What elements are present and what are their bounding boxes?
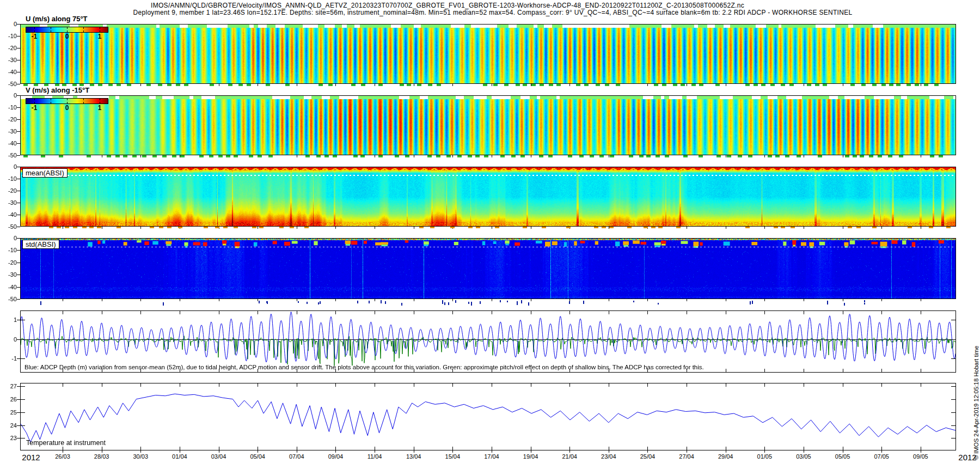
y-tick-label: 0: [1, 235, 17, 241]
data-nub: [395, 155, 399, 157]
x-tick-mark: [843, 299, 843, 301]
x-tick-mark: [804, 450, 804, 453]
data-nub: [896, 84, 901, 86]
x-tick-mark-inner: [180, 383, 180, 387]
data-nub: [504, 84, 509, 86]
flag-mark: [521, 300, 522, 303]
data-nub: [899, 155, 903, 157]
flag-mark: [864, 300, 865, 302]
y-tick-mark: [17, 36, 20, 36]
x-date-label: 23/04: [597, 453, 621, 460]
x-tick-mark: [140, 155, 141, 157]
flag-mark: [267, 301, 268, 304]
y-tick-mark: [17, 84, 20, 84]
x-tick-mark-inner: [219, 383, 219, 387]
x-tick-mark: [531, 450, 531, 453]
y-tick-mark: [17, 412, 20, 413]
flag-mark: [517, 301, 518, 305]
y-tick-mark-inner: [21, 320, 25, 320]
y-tick-label: -40: [1, 140, 17, 147]
x-tick-mark: [921, 227, 921, 229]
y-tick-mark: [17, 320, 20, 320]
data-nub: [934, 84, 939, 86]
x-tick-mark: [881, 227, 882, 229]
data-nub: [584, 84, 589, 86]
x-tick-mark-inner: [140, 447, 141, 450]
data-nub: [929, 227, 933, 228]
data-nub: [115, 155, 120, 157]
y-tick-label: -50: [1, 223, 17, 230]
flag-mark: [844, 303, 845, 306]
data-nub: [204, 227, 208, 228]
data-nub: [107, 155, 111, 157]
v-colorbar: [26, 99, 108, 103]
y-tick-mark: [17, 263, 20, 263]
flag-mark: [633, 301, 634, 302]
colorbar-tick-label: -1: [28, 104, 41, 112]
x-tick-mark-inner: [531, 311, 531, 314]
x-tick-mark: [102, 227, 102, 229]
data-nub: [427, 155, 432, 157]
data-nub: [781, 84, 785, 86]
data-nub: [430, 227, 434, 228]
data-nub: [226, 155, 230, 157]
data-nub: [939, 155, 943, 157]
data-nub: [716, 155, 721, 157]
flag-mark: [528, 302, 529, 306]
data-nub: [159, 227, 163, 228]
y-tick-label: 26: [1, 396, 17, 403]
temperature-label: Temperature at instrument: [26, 439, 106, 447]
x-tick-mark: [764, 227, 765, 229]
data-nub: [258, 155, 262, 157]
data-nub: [89, 227, 94, 228]
y-tick-mark: [17, 179, 20, 179]
v-velocity-panel: -101: [20, 95, 956, 155]
x-tick-mark-inner: [258, 311, 258, 314]
data-nub: [468, 155, 472, 157]
y-tick-mark-inner: [951, 438, 955, 438]
x-tick-mark-inner: [102, 311, 102, 314]
x-tick-mark-inner: [258, 447, 258, 450]
data-nub: [268, 155, 273, 157]
data-nub: [715, 84, 720, 86]
data-nub: [400, 84, 404, 86]
data-nub: [861, 84, 866, 86]
data-nub: [259, 227, 264, 228]
x-tick-mark: [609, 155, 609, 157]
data-nub: [49, 227, 53, 228]
x-tick-mark: [375, 450, 375, 453]
data-nub: [209, 155, 213, 157]
y-tick-label: -30: [1, 271, 17, 278]
data-nub: [523, 227, 527, 228]
data-nub: [90, 84, 94, 86]
y-tick-label: -50: [1, 296, 17, 302]
y-tick-mark: [17, 438, 20, 438]
data-nub: [602, 227, 606, 228]
colorbar-tick-label: 0: [60, 33, 74, 40]
y-tick-label: -40: [1, 69, 17, 75]
adcp-summary-figure: IMOS/ANMN/QLD/GBROTE/Velocity/IMOS_ANMN-…: [0, 0, 980, 463]
data-nub: [215, 227, 219, 228]
mean-absi-panel: mean(ABSI): [20, 167, 956, 227]
x-tick-mark-inner: [921, 311, 921, 314]
x-date-label: 05/05: [831, 453, 855, 460]
x-tick-mark: [804, 227, 804, 229]
x-tick-mark-inner: [258, 383, 258, 387]
data-nub: [823, 84, 827, 86]
y-tick-label: 24: [1, 422, 17, 429]
data-nub: [691, 84, 696, 86]
y-tick-mark-inner: [951, 386, 955, 387]
x-date-label: 28/03: [90, 453, 114, 460]
data-nub: [361, 84, 365, 86]
flag-mark: [750, 301, 751, 304]
y-tick-label: 0: [1, 163, 17, 170]
data-nub: [328, 84, 333, 86]
data-nub: [150, 227, 154, 228]
data-nub: [850, 84, 855, 86]
x-tick-mark: [375, 227, 375, 229]
data-nub: [238, 84, 243, 86]
x-date-label: 21/04: [558, 453, 581, 460]
flag-mark: [864, 303, 865, 304]
data-nub: [785, 155, 789, 157]
data-nub: [305, 155, 310, 157]
